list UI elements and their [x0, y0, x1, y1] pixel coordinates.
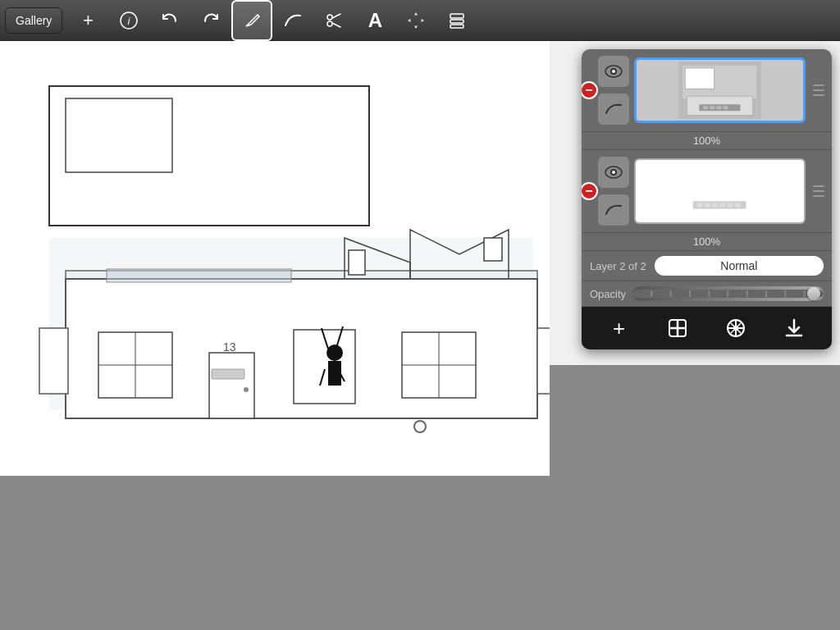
text-button[interactable]: A	[354, 0, 395, 41]
svg-point-29	[326, 345, 343, 361]
layer-2-controls	[598, 157, 629, 226]
layer-1-drag-handle[interactable]	[810, 84, 827, 96]
canvas-area: 13 −	[0, 41, 840, 630]
svg-rect-42	[685, 68, 714, 89]
svg-point-26	[244, 387, 249, 392]
toolbar: Gallery + i A	[0, 0, 840, 41]
redo-button[interactable]	[190, 0, 231, 41]
layer-1-delete-button[interactable]: −	[582, 81, 598, 99]
svg-rect-57	[720, 203, 726, 208]
svg-rect-58	[728, 203, 733, 208]
svg-rect-45	[703, 106, 708, 109]
layer-2-drag-handle[interactable]	[810, 185, 827, 197]
drawing-canvas[interactable]: 13	[0, 41, 550, 476]
layer-1-row: −	[582, 49, 832, 132]
layer-1-thumbnail[interactable]	[634, 57, 806, 123]
layer-1-curve-button[interactable]	[598, 94, 629, 125]
opacity-label: Opacity	[590, 288, 626, 300]
svg-rect-17	[484, 238, 502, 261]
layer-2-curve-button[interactable]	[598, 194, 629, 226]
layer-1-visibility-button[interactable]	[598, 56, 629, 87]
svg-rect-7	[450, 20, 463, 23]
undo-button[interactable]	[149, 0, 190, 41]
opacity-thumb[interactable]	[807, 287, 820, 300]
scroll-indicator	[413, 420, 427, 433]
svg-rect-28	[294, 330, 355, 404]
svg-rect-56	[712, 203, 718, 208]
svg-point-3	[327, 21, 332, 26]
opacity-slider[interactable]	[632, 286, 824, 301]
opacity-bar: Opacity	[582, 281, 832, 307]
svg-rect-54	[697, 203, 703, 208]
svg-rect-46	[710, 106, 714, 109]
blend-mode-button[interactable]: Normal	[655, 256, 824, 276]
merge-layers-button[interactable]	[718, 313, 754, 343]
panel-bottom-toolbar: +	[582, 307, 832, 349]
layer-1-opacity-value: 100%	[582, 132, 832, 150]
svg-point-51	[612, 171, 615, 174]
svg-line-4	[332, 14, 340, 18]
svg-rect-48	[724, 106, 728, 109]
svg-rect-25	[212, 369, 244, 379]
svg-rect-47	[716, 106, 721, 109]
scissors-button[interactable]	[313, 0, 354, 41]
layer-info-bar: Layer 2 of 2 Normal	[582, 251, 832, 281]
svg-point-2	[327, 15, 332, 20]
add-button[interactable]: +	[67, 0, 108, 41]
svg-rect-6	[450, 14, 463, 18]
layer-2-thumbnail[interactable]	[634, 158, 806, 224]
layer-2-delete-button[interactable]: −	[582, 182, 598, 200]
svg-line-5	[332, 23, 340, 27]
svg-rect-36	[107, 269, 291, 282]
add-group-button[interactable]	[660, 313, 696, 343]
svg-point-39	[612, 70, 615, 73]
gallery-button[interactable]: Gallery	[5, 7, 62, 34]
svg-rect-59	[735, 203, 741, 208]
house-sketch-svg: 13	[0, 41, 550, 476]
pen-button[interactable]	[231, 0, 272, 41]
svg-rect-55	[705, 203, 710, 208]
layer-1-controls	[598, 56, 629, 125]
svg-rect-52	[682, 165, 757, 218]
svg-rect-15	[349, 250, 365, 275]
svg-text:i: i	[128, 15, 131, 27]
layer-label: Layer 2 of 2	[590, 260, 646, 272]
svg-rect-8	[450, 25, 463, 28]
info-button[interactable]: i	[108, 0, 149, 41]
curve-tool-button[interactable]	[272, 0, 313, 41]
svg-text:13: 13	[223, 340, 236, 354]
layer-2-row: −	[582, 150, 832, 233]
layers-button[interactable]	[436, 0, 477, 41]
layer-2-opacity-value: 100%	[582, 233, 832, 251]
layer-2-visibility-button[interactable]	[598, 157, 629, 188]
svg-rect-24	[209, 353, 254, 418]
download-button[interactable]	[776, 313, 812, 343]
layers-panel: −	[582, 49, 832, 349]
svg-rect-20	[537, 328, 550, 394]
add-layer-button[interactable]: +	[601, 313, 637, 343]
move-button[interactable]	[395, 0, 436, 41]
svg-rect-19	[39, 328, 68, 394]
